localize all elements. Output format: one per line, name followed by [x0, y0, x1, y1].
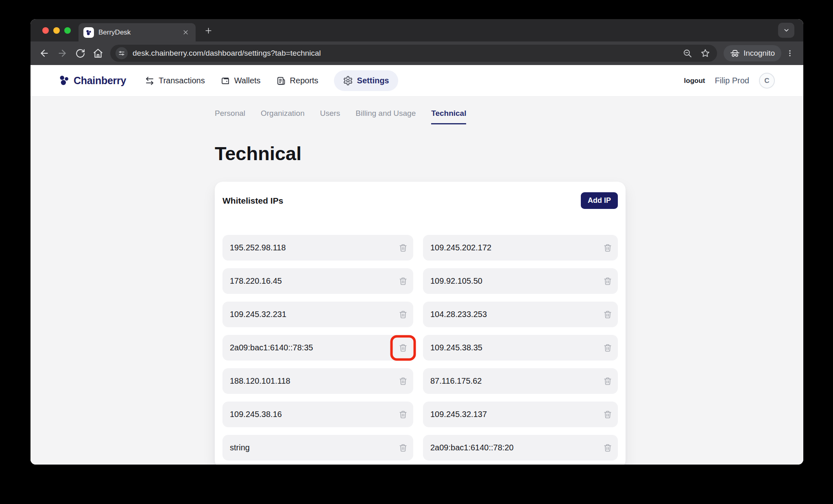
ip-row: 109.245.38.16	[222, 402, 413, 427]
trash-icon	[603, 343, 612, 352]
ip-row: 188.120.101.118	[222, 368, 413, 394]
forward-button[interactable]	[53, 44, 71, 62]
maximize-window-button[interactable]	[64, 27, 71, 34]
trash-icon	[603, 310, 612, 319]
home-button[interactable]	[89, 44, 107, 62]
delete-ip-button[interactable]	[600, 440, 616, 456]
ip-row: 109.245.32.231	[222, 302, 413, 327]
berrydesk-favicon-icon	[83, 27, 94, 38]
ip-row: 87.116.175.62	[423, 368, 618, 394]
trash-icon	[399, 377, 408, 386]
ip-row: 109.92.105.50	[423, 268, 618, 294]
ip-address: 188.120.101.118	[230, 376, 290, 386]
ip-address: 109.245.202.172	[430, 243, 491, 252]
tab-strip: BerryDesk	[31, 19, 803, 41]
trash-icon	[603, 277, 612, 286]
trash-icon	[603, 410, 612, 419]
tab-personal[interactable]: Personal	[215, 109, 245, 124]
app-nav-bar: Chainberry Transactions Wallets Reports	[31, 65, 803, 97]
omnibox-right-icons	[683, 48, 710, 58]
nav-item-settings[interactable]: Settings	[334, 70, 398, 91]
page-title: Technical	[215, 142, 626, 165]
ip-address: 2a09:bac1:6140::78:35	[230, 343, 313, 352]
ip-address: 109.92.105.50	[430, 276, 482, 286]
delete-ip-button[interactable]	[600, 306, 616, 323]
delete-ip-button[interactable]	[395, 406, 411, 423]
add-ip-button[interactable]: Add IP	[581, 192, 618, 209]
delete-ip-button[interactable]	[395, 240, 411, 256]
browser-tab[interactable]: BerryDesk	[79, 23, 196, 41]
delete-ip-button[interactable]	[395, 340, 411, 356]
ip-address: 195.252.98.118	[230, 243, 286, 252]
reload-button[interactable]	[71, 44, 89, 62]
browser-window: BerryDesk desk.chainberry	[31, 19, 803, 465]
delete-ip-button[interactable]	[600, 373, 616, 389]
settings-tab-bar: Personal Organization Users Billing and …	[215, 109, 626, 124]
swap-arrows-icon	[145, 76, 155, 86]
delete-ip-button[interactable]	[395, 306, 411, 323]
nav-item-label: Settings	[357, 76, 389, 85]
tab-close-icon[interactable]	[180, 27, 191, 38]
nav-item-transactions[interactable]: Transactions	[145, 76, 205, 86]
window-controls	[42, 27, 71, 34]
avatar[interactable]: C	[759, 73, 775, 89]
nav-item-label: Transactions	[159, 76, 205, 85]
trash-icon	[399, 277, 408, 286]
wallet-icon	[220, 76, 230, 86]
trash-icon	[399, 443, 408, 452]
ip-address: 2a09:bac1:6140::78:20	[430, 443, 514, 452]
trash-icon	[603, 443, 612, 452]
close-window-button[interactable]	[42, 27, 49, 34]
card-header: Whitelisted IPs Add IP	[222, 192, 618, 209]
brand-name: Chainberry	[74, 75, 126, 87]
ip-row: 104.28.233.253	[423, 302, 618, 327]
trash-icon	[603, 243, 612, 252]
ip-row: string	[222, 435, 413, 461]
report-icon	[276, 76, 286, 86]
nav-item-reports[interactable]: Reports	[276, 76, 318, 86]
browser-menu-icon[interactable]	[781, 44, 798, 62]
ip-address: 178.220.16.45	[230, 276, 282, 286]
back-button[interactable]	[35, 44, 53, 62]
incognito-icon	[730, 48, 740, 58]
tab-organization[interactable]: Organization	[261, 109, 305, 124]
tab-strip-chevron-button[interactable]	[778, 23, 794, 38]
delete-ip-button[interactable]	[600, 240, 616, 256]
zoom-icon[interactable]	[683, 48, 692, 58]
logout-button[interactable]: logout	[684, 77, 705, 85]
ip-address: string	[230, 443, 250, 452]
delete-ip-button[interactable]	[395, 373, 411, 389]
tab-users[interactable]: Users	[320, 109, 340, 124]
nav-item-label: Reports	[290, 76, 318, 85]
card-title: Whitelisted IPs	[222, 196, 283, 206]
ip-row: 2a09:bac1:6140::78:20	[423, 435, 618, 461]
delete-ip-button[interactable]	[600, 406, 616, 423]
chainberry-logo[interactable]: Chainberry	[58, 74, 126, 87]
tab-billing-and-usage[interactable]: Billing and Usage	[355, 109, 416, 124]
nav-item-wallets[interactable]: Wallets	[220, 76, 261, 86]
delete-ip-button[interactable]	[600, 340, 616, 356]
bookmark-star-icon[interactable]	[700, 48, 710, 58]
tab-title: BerryDesk	[98, 28, 176, 37]
tab-technical[interactable]: Technical	[431, 109, 466, 124]
trash-icon	[399, 243, 408, 252]
address-bar[interactable]: desk.chainberry.com/dashboard/settings?t…	[110, 45, 717, 62]
delete-ip-button[interactable]	[395, 440, 411, 456]
ip-list: 195.252.98.118 109.245.202.172 178.220.1…	[222, 235, 618, 461]
browser-toolbar: desk.chainberry.com/dashboard/settings?t…	[31, 41, 803, 65]
ip-row: 109.245.38.35	[423, 335, 618, 361]
minimize-window-button[interactable]	[53, 27, 60, 34]
ip-row: 109.245.32.137	[423, 402, 618, 427]
new-tab-button[interactable]	[200, 22, 216, 39]
nav-right: logout Filip Prod C	[684, 73, 775, 89]
ip-address: 109.245.32.137	[430, 410, 487, 419]
delete-ip-button[interactable]	[600, 273, 616, 289]
trash-icon	[399, 310, 408, 319]
delete-ip-button[interactable]	[395, 273, 411, 289]
trash-icon	[399, 343, 408, 352]
ip-address: 109.245.32.231	[230, 310, 286, 319]
whitelisted-ips-card: Whitelisted IPs Add IP 195.252.98.118 10…	[215, 182, 626, 465]
main-menu: Transactions Wallets Reports Settings	[145, 70, 398, 91]
incognito-label: Incognito	[744, 49, 775, 58]
site-settings-icon[interactable]	[116, 47, 128, 59]
